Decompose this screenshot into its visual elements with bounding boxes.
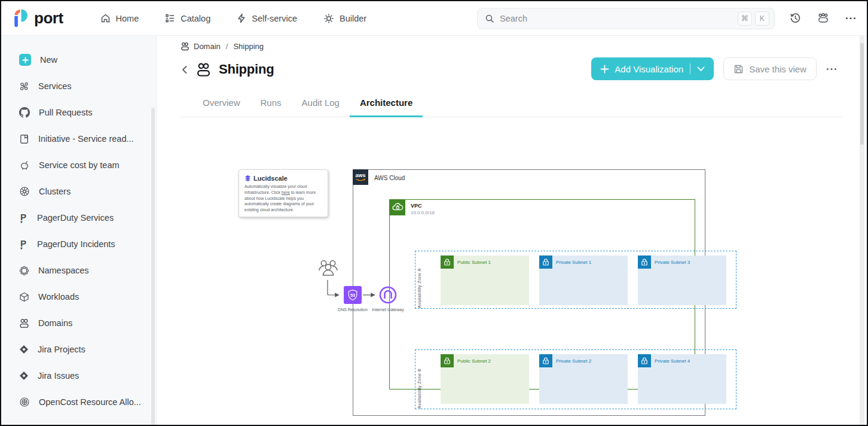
sidebar-item-opencost[interactable]: OpenCost Resource Allo... [1, 389, 156, 415]
private-subnet-lock-icon [539, 255, 552, 269]
plus-icon [600, 65, 609, 74]
lucidscale-title: Lucidscale [253, 175, 288, 182]
lucidscale-note-card: Lucidscale Automatically visualize your … [239, 169, 328, 217]
aws-cloud-label: AWS Cloud [374, 175, 405, 181]
teams-icon[interactable] [817, 13, 829, 24]
piggy-bank-icon [19, 160, 30, 171]
sidebar-item-services[interactable]: Services [1, 73, 156, 99]
chevron-down-icon[interactable] [697, 66, 705, 72]
domain-icon [19, 318, 29, 328]
subnet-private-4[interactable]: Private Subnet 4 [638, 354, 726, 404]
sidebar-item-pagerduty-incidents[interactable]: P PagerDuty Incidents [1, 231, 156, 257]
tab-architecture[interactable]: Architecture [350, 91, 423, 117]
subnet-public-2[interactable]: Public Subnet 2 [441, 354, 529, 404]
lucidscale-here-link[interactable]: here [282, 190, 290, 194]
aws-cloud-container: aws AWS Cloud VPC 10.0.0.0/16 [353, 169, 705, 416]
breadcrumb-root[interactable]: Domain [194, 42, 221, 51]
add-visualization-button[interactable]: Add Visualization [591, 57, 714, 80]
sidebar-item-jira-issues[interactable]: Jira Issues [1, 363, 156, 389]
history-icon[interactable] [790, 13, 801, 24]
sidebar-item-pagerduty-services[interactable]: P PagerDuty Services [1, 205, 156, 231]
public-subnet-lock-icon [441, 255, 454, 269]
sidebar-scrollbar[interactable] [151, 108, 155, 426]
subnet-public-1[interactable]: Public Subnet 1 [441, 255, 529, 305]
breadcrumb: Domain / Shipping [181, 42, 264, 51]
aws-logo-icon: aws [353, 169, 368, 185]
sidebar-item-label: Workloads [38, 292, 79, 302]
route53-dns-icon: 53 [344, 286, 362, 304]
availability-zone-a: Availability Zone A Public Subnet 1 Pri [415, 251, 736, 309]
subnet-private-1[interactable]: Private Subnet 1 [539, 255, 628, 305]
sidebar-item-workloads[interactable]: Workloads [1, 284, 156, 310]
lucidscale-logo-icon [244, 175, 251, 182]
nav-home[interactable]: Home [100, 13, 139, 23]
sidebar-item-label: Jira Issues [38, 371, 79, 381]
port-logo[interactable]: port [13, 8, 63, 28]
sidebar-new-button[interactable]: New [1, 47, 156, 73]
tab-runs[interactable]: Runs [250, 91, 292, 117]
route53-number: 53 [350, 293, 355, 298]
lucidscale-description: Automatically visualize your cloud infra… [244, 184, 322, 213]
sidebar-item-pull-requests[interactable]: Pull Requests [1, 99, 156, 126]
nav-builder-label: Builder [340, 14, 366, 23]
port-logo-text: port [34, 9, 63, 28]
subnet-private-3[interactable]: Private Subnet 3 [638, 255, 726, 305]
nav-builder[interactable]: Builder [323, 13, 366, 24]
sidebar-item-label: Services [38, 81, 72, 91]
page-more-options-icon[interactable] [826, 68, 837, 71]
sidebar-item-clusters[interactable]: Clusters [1, 178, 156, 205]
save-view-button[interactable]: Save this view [723, 57, 817, 80]
cube-icon [19, 292, 29, 302]
new-plus-icon [19, 54, 31, 66]
sidebar-item-label: PagerDuty Services [37, 213, 114, 223]
sidebar-item-initiative[interactable]: Initiative - Service read... [1, 126, 156, 152]
save-view-label: Save this view [749, 64, 806, 74]
subnet-name: Private Subnet 1 [556, 260, 591, 265]
subnet-name: Private Subnet 4 [655, 358, 690, 364]
search-placeholder: Search [500, 14, 527, 23]
main-scrollbar-thumb[interactable] [860, 43, 864, 145]
aws-logo-text: aws [355, 172, 365, 178]
page-title: Shipping [219, 62, 274, 77]
jira-icon [19, 371, 29, 381]
header-icons [790, 13, 856, 24]
sidebar-item-label: Jira Projects [38, 345, 85, 354]
vpc-container: VPC 10.0.0.0/16 Availability Zone A Publ… [389, 199, 695, 390]
search-input[interactable]: Search ⌘ K [477, 8, 775, 29]
subnet-name: Private Subnet 2 [556, 358, 591, 364]
more-options-icon[interactable] [845, 17, 856, 20]
svg-text:P: P [20, 212, 26, 222]
tab-overview[interactable]: Overview [192, 91, 250, 117]
dns-resolution-label: DNS Resolution [335, 307, 371, 312]
vpc-label: VPC [411, 203, 422, 209]
search-shortcut: ⌘ K [738, 11, 769, 26]
sidebar-item-domains[interactable]: Domains [1, 310, 156, 336]
nav-self-service[interactable]: Self-service [237, 13, 297, 23]
sidebar-item-namespaces[interactable]: Namespaces [1, 257, 156, 284]
chevron-left-icon [181, 65, 188, 75]
cmd-key-badge: ⌘ [738, 11, 752, 26]
save-icon [733, 64, 744, 74]
sidebar-item-label: Pull Requests [39, 108, 92, 117]
k-key-badge: K [755, 11, 769, 26]
internet-gateway-icon [379, 286, 397, 304]
public-subnet-lock-icon [441, 354, 454, 367]
top-navbar: port Home Catalog Self-service Builder [1, 1, 867, 36]
nav-home-label: Home [116, 14, 139, 23]
users-group-icon [318, 258, 338, 282]
back-button[interactable] [181, 65, 188, 75]
jira-icon [19, 345, 29, 354]
catalog-icon [165, 13, 175, 23]
breadcrumb-current[interactable]: Shipping [233, 42, 264, 51]
sidebar-item-service-cost[interactable]: Service cost by team [1, 152, 156, 178]
sidebar-item-label: Domains [38, 318, 72, 328]
title-row: Shipping [181, 57, 274, 81]
main-content: Domain / Shipping Shipping Add Visualiza… [157, 36, 867, 425]
subnet-private-2[interactable]: Private Subnet 2 [539, 354, 628, 404]
tab-bar: Overview Runs Audit Log Architecture [181, 91, 842, 117]
sidebar-item-label: Initiative - Service read... [38, 134, 134, 144]
nav-catalog[interactable]: Catalog [165, 13, 210, 23]
sidebar-item-jira-projects[interactable]: Jira Projects [1, 336, 156, 363]
tab-audit-log[interactable]: Audit Log [292, 91, 350, 117]
add-visualization-label: Add Visualization [615, 64, 683, 74]
